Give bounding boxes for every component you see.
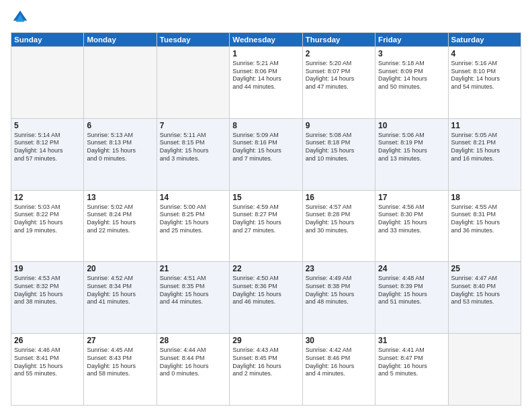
day-number: 16 [306, 193, 372, 202]
day-info-line: Daylight: 14 hours [232, 75, 299, 83]
calendar-cell: 26Sunrise: 4:46 AMSunset: 8:41 PMDayligh… [11, 334, 84, 406]
weekday-header-wednesday: Wednesday [230, 33, 302, 47]
day-info-line: Daylight: 15 hours [87, 291, 153, 299]
day-info-line: Sunrise: 5:05 AM [451, 132, 518, 140]
day-number: 27 [87, 336, 153, 345]
day-info-line: Sunset: 8:36 PM [232, 283, 299, 291]
day-info-line: and 19 minutes. [14, 227, 81, 235]
day-number: 31 [378, 336, 445, 345]
week-row-1: 1Sunrise: 5:21 AMSunset: 8:06 PMDaylight… [11, 47, 521, 119]
day-info-line: Daylight: 15 hours [306, 219, 372, 227]
day-info-line: and 54 minutes. [451, 83, 518, 91]
day-info-line: and 46 minutes. [232, 298, 299, 306]
logo-icon [11, 8, 30, 27]
day-info-line: Sunset: 8:44 PM [160, 355, 226, 363]
calendar-cell: 10Sunrise: 5:06 AMSunset: 8:19 PMDayligh… [375, 118, 448, 190]
day-info-line: Sunset: 8:22 PM [14, 211, 81, 219]
day-number: 15 [232, 193, 299, 202]
day-info-line: Sunrise: 5:00 AM [160, 203, 226, 212]
day-info-line: Daylight: 14 hours [14, 147, 81, 155]
calendar-cell: 21Sunrise: 4:51 AMSunset: 8:35 PMDayligh… [157, 262, 229, 334]
day-info-line: Sunrise: 5:20 AM [306, 60, 372, 68]
day-info-line: Sunset: 8:13 PM [87, 139, 153, 147]
day-info-line: Sunrise: 5:06 AM [378, 132, 445, 140]
day-info-line: Sunrise: 5:14 AM [14, 132, 81, 140]
day-number: 3 [378, 49, 445, 58]
day-info-line: Sunset: 8:30 PM [378, 211, 445, 219]
day-info-line: Sunrise: 4:57 AM [306, 203, 372, 212]
calendar-cell: 17Sunrise: 4:56 AMSunset: 8:30 PMDayligh… [375, 190, 448, 262]
day-number: 4 [451, 49, 518, 58]
calendar-cell: 18Sunrise: 4:55 AMSunset: 8:31 PMDayligh… [448, 190, 521, 262]
calendar-cell: 20Sunrise: 4:52 AMSunset: 8:34 PMDayligh… [84, 262, 157, 334]
day-info-line: Sunrise: 4:59 AM [232, 203, 299, 212]
day-info-line: Daylight: 15 hours [87, 219, 153, 227]
day-number: 7 [160, 121, 226, 130]
day-info-line: Daylight: 14 hours [451, 75, 518, 83]
day-info-line: Daylight: 15 hours [451, 291, 518, 299]
day-info-line: and 5 minutes. [378, 370, 445, 378]
day-number: 11 [451, 121, 518, 130]
calendar-cell: 28Sunrise: 4:44 AMSunset: 8:44 PMDayligh… [157, 334, 229, 406]
calendar-cell: 29Sunrise: 4:43 AMSunset: 8:45 PMDayligh… [230, 334, 302, 406]
day-info-line: Sunset: 8:18 PM [306, 139, 372, 147]
day-info-line: Sunrise: 5:09 AM [232, 132, 299, 140]
calendar-cell: 8Sunrise: 5:09 AMSunset: 8:16 PMDaylight… [230, 118, 302, 190]
calendar-cell: 5Sunrise: 5:14 AMSunset: 8:12 PMDaylight… [11, 118, 84, 190]
calendar-cell: 30Sunrise: 4:42 AMSunset: 8:46 PMDayligh… [302, 334, 375, 406]
day-info-line: Sunset: 8:45 PM [232, 355, 299, 363]
day-info-line: Sunrise: 4:52 AM [87, 275, 153, 283]
week-row-5: 26Sunrise: 4:46 AMSunset: 8:41 PMDayligh… [11, 334, 521, 406]
day-info-line: Sunset: 8:25 PM [160, 211, 226, 219]
day-info-line: Sunrise: 5:03 AM [14, 203, 81, 212]
calendar-cell: 7Sunrise: 5:11 AMSunset: 8:15 PMDaylight… [157, 118, 229, 190]
calendar-cell [11, 47, 84, 119]
calendar-cell [448, 334, 521, 406]
day-info-line: Sunset: 8:43 PM [87, 355, 153, 363]
calendar-cell: 16Sunrise: 4:57 AMSunset: 8:28 PMDayligh… [302, 190, 375, 262]
calendar-cell: 3Sunrise: 5:18 AMSunset: 8:09 PMDaylight… [375, 47, 448, 119]
day-info-line: Sunset: 8:38 PM [306, 283, 372, 291]
day-info-line: and 0 minutes. [87, 155, 153, 163]
weekday-header-tuesday: Tuesday [157, 33, 229, 47]
calendar-cell: 23Sunrise: 4:49 AMSunset: 8:38 PMDayligh… [302, 262, 375, 334]
day-info-line: Daylight: 15 hours [378, 147, 445, 155]
day-info-line: Sunset: 8:35 PM [160, 283, 226, 291]
day-info-line: Sunset: 8:09 PM [378, 68, 445, 76]
day-number: 19 [14, 264, 81, 273]
day-number: 13 [87, 193, 153, 202]
day-info-line: Sunset: 8:12 PM [14, 139, 81, 147]
calendar-cell: 11Sunrise: 5:05 AMSunset: 8:21 PMDayligh… [448, 118, 521, 190]
weekday-header-thursday: Thursday [302, 33, 375, 47]
calendar-cell: 13Sunrise: 5:02 AMSunset: 8:24 PMDayligh… [84, 190, 157, 262]
calendar-cell: 31Sunrise: 4:41 AMSunset: 8:47 PMDayligh… [375, 334, 448, 406]
day-info-line: Daylight: 15 hours [378, 291, 445, 299]
day-number: 12 [14, 193, 81, 202]
day-info-line: and 38 minutes. [14, 298, 81, 306]
day-info-line: Sunrise: 4:56 AM [378, 203, 445, 212]
day-info-line: Sunrise: 4:45 AM [87, 347, 153, 355]
day-info-line: Daylight: 15 hours [378, 219, 445, 227]
day-info-line: Daylight: 15 hours [232, 147, 299, 155]
day-info-line: Sunset: 8:16 PM [232, 139, 299, 147]
day-info-line: Sunset: 8:15 PM [160, 139, 226, 147]
day-info-line: Sunrise: 5:02 AM [87, 203, 153, 212]
day-number: 30 [306, 336, 372, 345]
day-info-line: Sunset: 8:28 PM [306, 211, 372, 219]
day-number: 28 [160, 336, 226, 345]
day-info-line: Sunrise: 4:55 AM [451, 203, 518, 212]
day-info-line: Sunrise: 4:44 AM [160, 347, 226, 355]
day-info-line: Sunrise: 4:49 AM [306, 275, 372, 283]
day-info-line: Sunset: 8:06 PM [232, 68, 299, 76]
calendar-cell: 22Sunrise: 4:50 AMSunset: 8:36 PMDayligh… [230, 262, 302, 334]
day-info-line: Daylight: 16 hours [306, 363, 372, 371]
day-info-line: and 13 minutes. [378, 155, 445, 163]
day-number: 23 [306, 264, 372, 273]
day-number: 22 [232, 264, 299, 273]
day-info-line: and 48 minutes. [306, 298, 372, 306]
day-info-line: Daylight: 16 hours [160, 363, 226, 371]
day-number: 20 [87, 264, 153, 273]
day-info-line: Sunset: 8:27 PM [232, 211, 299, 219]
day-info-line: Daylight: 16 hours [232, 363, 299, 371]
day-number: 1 [232, 49, 299, 58]
